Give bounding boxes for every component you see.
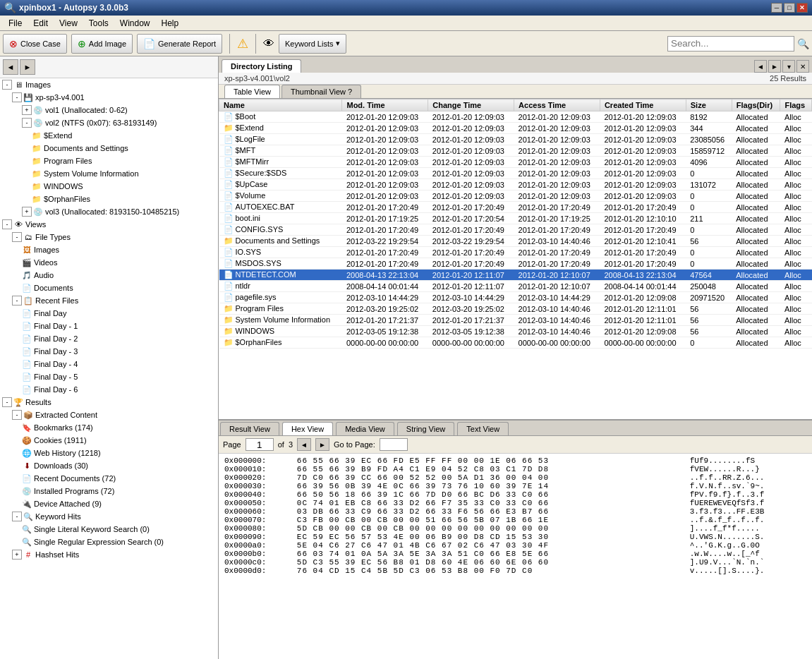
col-mod-time[interactable]: Mod. Time — [342, 99, 428, 111]
table-row[interactable]: 📄AUTOEXEC.BAT 2012-01-20 17:20:49 2012-0… — [219, 202, 812, 213]
tree-item-extracted[interactable]: - 📦 Extracted Content — [0, 409, 218, 421]
search-icon[interactable]: 🔍 — [797, 38, 809, 49]
table-row[interactable]: 📄MSDOS.SYS 2012-01-20 17:20:49 2012-01-2… — [219, 258, 812, 270]
search-input[interactable] — [667, 36, 794, 52]
tree-item-regex-search[interactable]: 🔍 Single Regular Expression Search (0) — [0, 536, 218, 548]
table-row[interactable]: 📄IO.SYS 2012-01-20 17:20:49 2012-01-20 1… — [219, 247, 812, 258]
tree-item-results[interactable]: - 🏆 Results — [0, 396, 218, 409]
expand-keyword[interactable]: - — [12, 512, 22, 521]
tree-item-bookmarks[interactable]: 🔖 Bookmarks (174) — [0, 421, 218, 434]
tree-item-sysvolinfo[interactable]: 📁 System Volume Information — [0, 167, 218, 180]
table-row[interactable]: 📁System Volume Information 2012-01-20 17… — [219, 315, 812, 326]
expand-images[interactable]: - — [2, 80, 12, 90]
table-row[interactable]: 📄$UpCase 2012-01-20 12:09:03 2012-01-20 … — [219, 179, 812, 191]
tree-item-device-attached[interactable]: 🔌 Device Attached (9) — [0, 497, 218, 510]
expand-vol3[interactable]: + — [22, 207, 32, 217]
table-row[interactable]: 📄$LogFile 2012-01-20 12:09:03 2012-01-20… — [219, 134, 812, 145]
text-view-tab[interactable]: Text View — [457, 422, 509, 435]
tree-item-vol3[interactable]: + 💿 vol3 (Unallocated: 8193150-10485215) — [0, 205, 218, 218]
tree-item-videos[interactable]: 🎬 Videos — [0, 256, 218, 269]
tree-item-images[interactable]: - 🖥 Images — [0, 78, 218, 91]
menu-edit[interactable]: Edit — [28, 17, 54, 30]
table-row[interactable]: 📄$MFTMirr 2012-01-20 12:09:03 2012-01-20… — [219, 157, 812, 168]
tree-item-hashset-hits[interactable]: + # Hashset Hits — [0, 548, 218, 561]
col-change-time[interactable]: Change Time — [428, 99, 514, 111]
maximize-button[interactable]: □ — [784, 3, 795, 13]
page-prev-button[interactable]: ◄ — [297, 438, 311, 451]
tree-item-final-day-3[interactable]: 📄 Final Day - 3 — [0, 345, 218, 358]
expand-vol2[interactable]: - — [22, 118, 32, 128]
expand-recent[interactable]: - — [12, 296, 22, 306]
table-row[interactable]: 📁$Extend 2012-01-20 12:09:03 2012-01-20 … — [219, 123, 812, 134]
tree-item-final-day-1[interactable]: 📄 Final Day - 1 — [0, 320, 218, 332]
tree-item-final-day-2[interactable]: 📄 Final Day - 2 — [0, 332, 218, 345]
tree-item-recent-files[interactable]: - 📋 Recent Files — [0, 294, 218, 307]
forward-button[interactable]: ► — [20, 59, 35, 75]
col-access-time[interactable]: Access Time — [514, 99, 600, 111]
table-row[interactable]: 📄$Secure:$SDS 2012-01-20 12:09:03 2012-0… — [219, 168, 812, 179]
string-view-tab[interactable]: String View — [397, 422, 454, 435]
generate-report-button[interactable]: 📄 Generate Report — [137, 34, 222, 54]
tree-item-docs-settings[interactable]: 📁 Documents and Settings — [0, 142, 218, 155]
expand-vol1[interactable]: + — [22, 105, 32, 115]
back-button[interactable]: ◄ — [3, 59, 18, 75]
tree-item-orphanfiles[interactable]: 📁 $OrphanFiles — [0, 193, 218, 205]
thumbnail-view-tab[interactable]: Thumbnail View ? — [281, 85, 361, 98]
tree-item-final-day-4[interactable]: 📄 Final Day - 4 — [0, 358, 218, 370]
tree-item-vol1[interactable]: + 💿 vol1 (Unallocated: 0-62) — [0, 104, 218, 116]
expand-views[interactable]: - — [2, 219, 12, 229]
tree-item-documents[interactable]: 📄 Documents — [0, 282, 218, 294]
page-next-button[interactable]: ► — [315, 438, 329, 451]
tab-close-button[interactable]: ✕ — [796, 60, 809, 73]
table-row[interactable]: 📄$Boot 2012-01-20 12:09:03 2012-01-20 12… — [219, 111, 812, 123]
tab-left-button[interactable]: ◄ — [754, 60, 767, 73]
tree-item-keyword-hits[interactable]: - 🔍 Keyword Hits — [0, 510, 218, 523]
tab-down-button[interactable]: ▾ — [782, 60, 795, 73]
col-flags-dir[interactable]: Flags(Dir) — [732, 99, 780, 111]
goto-input[interactable] — [380, 438, 408, 451]
table-row[interactable]: 📄ntldr 2008-04-14 00:01:44 2012-01-20 12… — [219, 281, 812, 292]
table-row[interactable]: 📄$MFT 2012-01-20 12:09:03 2012-01-20 12:… — [219, 145, 812, 157]
tree-item-installed-programs[interactable]: 💿 Installed Programs (72) — [0, 485, 218, 497]
tree-item-web-history[interactable]: 🌐 Web History (1218) — [0, 447, 218, 459]
col-flags[interactable]: Flags — [780, 99, 812, 111]
media-view-tab[interactable]: Media View — [336, 422, 394, 435]
menu-view[interactable]: View — [54, 17, 83, 30]
tree-item-extend[interactable]: 📁 $Extend — [0, 129, 218, 142]
table-view-tab[interactable]: Table View — [224, 85, 280, 98]
table-row[interactable]: 📄pagefile.sys 2012-03-10 14:44:29 2012-0… — [219, 292, 812, 303]
table-row[interactable]: 📄boot.ini 2012-01-20 17:19:25 2012-01-20… — [219, 213, 812, 224]
tree-item-recent-docs[interactable]: 📄 Recent Documents (72) — [0, 472, 218, 485]
hex-view-tab[interactable]: Hex View — [282, 422, 333, 435]
tree-item-downloads[interactable]: ⬇ Downloads (30) — [0, 459, 218, 472]
table-row[interactable]: 📄NTDETECT.COM 2008-04-13 22:13:04 2012-0… — [219, 270, 812, 281]
col-name[interactable]: Name — [219, 99, 342, 111]
tree-item-images-ft[interactable]: 🖼 Images — [0, 243, 218, 256]
keyword-lists-button[interactable]: Keyword Lists ▾ — [279, 34, 346, 54]
expand-xp-sp3[interactable]: - — [12, 92, 22, 102]
tree-item-windows[interactable]: 📁 WINDOWS — [0, 180, 218, 193]
file-table-container[interactable]: Name Mod. Time Change Time Access Time C… — [219, 99, 812, 419]
table-row[interactable]: 📄$Volume 2012-01-20 12:09:03 2012-01-20 … — [219, 191, 812, 202]
title-bar-controls[interactable]: ─ □ ✕ — [771, 3, 808, 13]
menu-tools[interactable]: Tools — [83, 17, 114, 30]
col-created-time[interactable]: Created Time — [600, 99, 686, 111]
tree-item-final-day-5[interactable]: 📄 Final Day - 5 — [0, 370, 218, 383]
expand-file-types[interactable]: - — [12, 232, 22, 242]
close-case-button[interactable]: ⊗ Close Case — [3, 34, 67, 54]
tree-item-audio[interactable]: 🎵 Audio — [0, 269, 218, 282]
expand-extracted[interactable]: - — [12, 410, 22, 420]
table-row[interactable]: 📁WINDOWS 2012-03-05 19:12:38 2012-03-05 … — [219, 326, 812, 337]
expand-results[interactable]: - — [2, 397, 12, 407]
menu-help[interactable]: Help — [156, 17, 185, 30]
add-image-button[interactable]: ⊕ Add Image — [71, 34, 133, 54]
tree-item-cookies[interactable]: 🍪 Cookies (1911) — [0, 434, 218, 447]
expand-hashset[interactable]: + — [12, 550, 22, 560]
menu-window[interactable]: Window — [114, 17, 156, 30]
tree-item-program-files[interactable]: 📁 Program Files — [0, 155, 218, 167]
minimize-button[interactable]: ─ — [771, 3, 782, 13]
table-row[interactable]: 📁Documents and Settings 2012-03-22 19:29… — [219, 236, 812, 247]
hex-content[interactable]: 0x000000: 66 55 66 39 EC 66 FD E5 FF FF … — [219, 454, 812, 659]
result-view-tab[interactable]: Result View — [220, 422, 279, 435]
table-row[interactable]: 📁$OrphanFiles 0000-00-00 00:00:00 0000-0… — [219, 337, 812, 349]
